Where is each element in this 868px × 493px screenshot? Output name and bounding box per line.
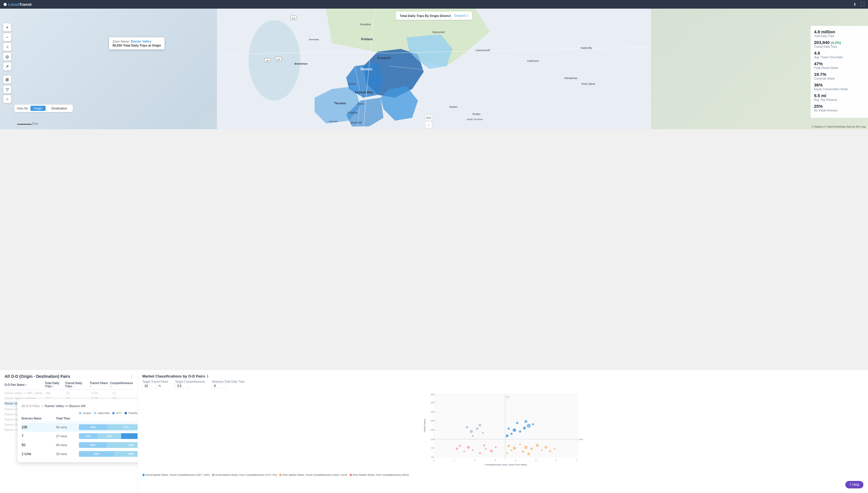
svg-text:Skykomish: Skykomish [432,31,434,34]
trips-card-title: Total Daily Trips By Origin District [400,14,434,18]
svg-text:Kamiche: Kamiche [329,120,338,123]
tooltip-trips: 90,555 Total Daily Trips at Origin [113,44,161,47]
svg-text:Kirkland: Kirkland [361,38,372,41]
app-logo: ⬟ LocusTransit [3,2,31,7]
svg-text:Shoreline: Shoreline [360,23,371,26]
svg-point-1 [249,20,300,101]
tooltip-zone-label: Zone Name: Rainier Valley [113,40,161,43]
svg-text:101: 101 [276,58,280,61]
map-settings-button[interactable]: ◇ [3,95,12,103]
svg-text:160: 160 [266,60,270,62]
tooltip-zone-name: Rainier Valley [131,40,152,43]
view-by-control: View By Origin Destination [14,105,73,112]
svg-text:Renton: Renton [361,67,372,71]
svg-text:Issaquah: Issaquah [377,56,391,60]
filter-button[interactable]: ▽ [3,85,12,94]
view-by-origin-button[interactable]: Origin [30,106,46,111]
svg-text:↕: ↕ [428,123,429,126]
location-button[interactable]: ◎ [3,52,12,61]
top-navigation: ⬟ LocusTransit ⬇ ⛶ [0,0,434,8]
app-name: LocusTransit [8,2,31,7]
svg-text:Silverdale: Silverdale [309,38,319,41]
navigation-button[interactable]: ↗ [3,62,12,71]
svg-text:South Hill: South Hill [350,121,362,124]
svg-text:Tacoma: Tacoma [334,102,346,105]
svg-text:101: 101 [292,17,296,20]
svg-text:610: 610 [426,116,431,120]
svg-text:Burien: Burien [348,83,356,85]
map-container: Shoreline Kirkland Silverdale Bremerton … [0,8,434,129]
svg-text:Federal Way: Federal Way [355,90,373,94]
map-tooltip: Zone Name: Rainier Valley 90,555 Total D… [109,37,164,49]
map-scale: 5 mi [17,122,38,125]
layers-button[interactable]: ⊞ [3,75,12,84]
selection-tool-button[interactable]: ⊹ [3,43,12,51]
view-by-destination-button[interactable]: Destination [48,106,71,111]
view-by-label: View By [17,107,28,110]
zoom-out-button[interactable]: − [3,33,12,41]
svg-text:Bremerton: Bremerton [295,62,308,65]
zoom-in-button[interactable]: + [3,23,12,31]
svg-text:Kent: Kent [358,102,364,105]
trips-card: Total Daily Trips By Origin District Exp… [396,12,434,20]
map-controls: + − ⊹ ◎ ↗ ⊞ ▽ ◇ [3,23,12,103]
locus-icon: ⬟ [3,2,7,7]
map-background: Shoreline Kirkland Silverdale Bremerton … [0,8,434,129]
svg-text:Puyallup: Puyallup [348,111,358,114]
